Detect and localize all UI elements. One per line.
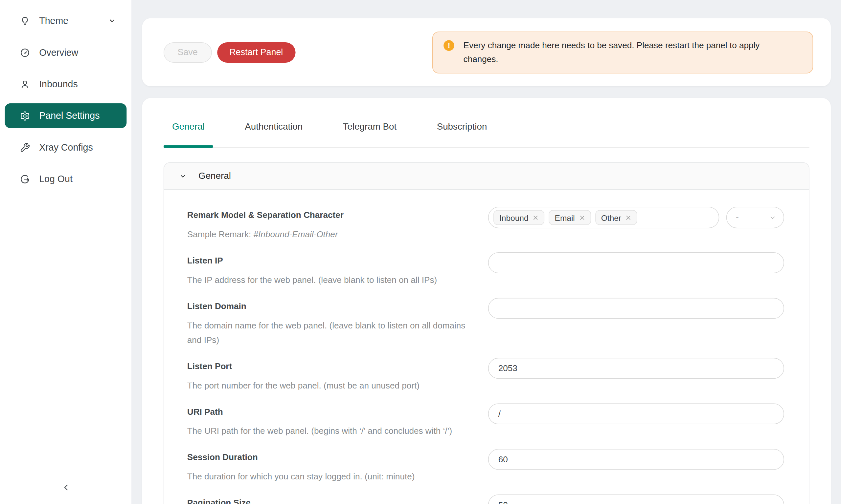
section-title: General xyxy=(199,170,231,181)
remark-model-multiselect[interactable]: Inbound Email Other xyxy=(488,207,719,228)
restart-warning-alert: ! Every change made here needs to be sav… xyxy=(432,32,813,73)
form-row-remark-model: Remark Model & Separation Character Samp… xyxy=(187,207,784,241)
gear-icon xyxy=(20,111,30,121)
sample-remark-value: #Inbound-Email-Other xyxy=(254,230,338,239)
general-collapse-header[interactable]: General xyxy=(164,163,809,190)
session-duration-input[interactable] xyxy=(488,449,784,470)
restart-panel-button[interactable]: Restart Panel xyxy=(217,42,295,62)
field-description: The port number for the web panel. (must… xyxy=(187,378,477,393)
sidebar-item-label: Panel Settings xyxy=(39,110,100,121)
settings-card: General Authentication Telegram Bot Subs… xyxy=(142,98,831,504)
tab-subscription[interactable]: Subscription xyxy=(428,122,496,147)
wrench-icon xyxy=(20,142,30,152)
form-row-pagination-size: Pagination Size xyxy=(187,494,784,504)
chevron-down-icon xyxy=(769,214,776,221)
tab-bar: General Authentication Telegram Bot Subs… xyxy=(164,122,809,148)
listen-ip-input[interactable] xyxy=(488,252,784,273)
pagination-size-input[interactable] xyxy=(488,494,784,504)
sidebar-item-inbounds[interactable]: Inbounds xyxy=(5,72,127,96)
tab-authentication[interactable]: Authentication xyxy=(236,122,311,147)
remove-tag-icon[interactable] xyxy=(579,215,585,220)
sidebar-item-overview[interactable]: Overview xyxy=(5,40,127,65)
sidebar-item-label: Log Out xyxy=(39,173,73,184)
field-description: The IP address for the web panel. (leave… xyxy=(187,273,477,287)
listen-port-input[interactable] xyxy=(488,358,784,379)
form-row-uri-path: URI Path The URI path for the web panel.… xyxy=(187,403,784,438)
general-collapse-panel: General Remark Model & Separation Charac… xyxy=(164,162,809,504)
uri-path-input[interactable] xyxy=(488,403,784,424)
user-icon xyxy=(20,79,30,89)
sidebar-item-label: Theme xyxy=(39,15,68,26)
tag-email: Email xyxy=(549,210,591,225)
field-description: The duration for which you can stay logg… xyxy=(187,469,477,484)
tab-telegram-bot[interactable]: Telegram Bot xyxy=(334,122,406,147)
separation-character-select[interactable]: - xyxy=(726,207,784,228)
sidebar-item-theme[interactable]: Theme xyxy=(5,8,127,33)
gauge-icon xyxy=(20,47,30,57)
sidebar-item-xray-configs[interactable]: Xray Configs xyxy=(5,135,127,160)
field-label: Listen Domain xyxy=(187,301,477,312)
sidebar-item-log-out[interactable]: Log Out xyxy=(5,167,127,191)
field-description: The URI path for the web panel. (begins … xyxy=(187,424,477,438)
form-row-listen-ip: Listen IP The IP address for the web pan… xyxy=(187,252,784,287)
warning-icon: ! xyxy=(444,40,454,51)
field-label: URI Path xyxy=(187,407,477,417)
field-label: Listen Port xyxy=(187,361,477,372)
logout-icon xyxy=(20,174,30,184)
tab-general[interactable]: General xyxy=(164,122,213,147)
field-description: Sample Remark: #Inbound-Email-Other xyxy=(187,227,477,241)
form-row-listen-domain: Listen Domain The domain name for the we… xyxy=(187,298,784,347)
tag-inbound: Inbound xyxy=(494,210,544,225)
remove-tag-icon[interactable] xyxy=(533,215,539,220)
field-description: The domain name for the web panel. (leav… xyxy=(187,318,477,347)
field-label: Session Duration xyxy=(187,452,477,463)
chevron-left-icon xyxy=(61,483,71,492)
alert-text: Every change made here needs to be saved… xyxy=(464,38,786,66)
sidebar-item-label: Inbounds xyxy=(39,78,78,90)
listen-domain-input[interactable] xyxy=(488,298,784,319)
save-button[interactable]: Save xyxy=(164,42,211,62)
chevron-down-icon xyxy=(179,172,187,180)
field-label: Listen IP xyxy=(187,256,477,267)
lightbulb-icon xyxy=(20,16,30,26)
selected-separator: - xyxy=(736,213,739,222)
main-content: Save Restart Panel ! Every change made h… xyxy=(132,0,841,504)
remove-tag-icon[interactable] xyxy=(625,215,631,220)
chevron-down-icon xyxy=(108,17,116,24)
toolbar-card: Save Restart Panel ! Every change made h… xyxy=(142,18,831,86)
sidebar-collapse-button[interactable] xyxy=(59,480,73,494)
field-label: Remark Model & Separation Character xyxy=(187,210,477,221)
sidebar: Theme Overview Inbounds xyxy=(0,0,132,504)
form-row-session-duration: Session Duration The duration for which … xyxy=(187,449,784,484)
form-row-listen-port: Listen Port The port number for the web … xyxy=(187,358,784,393)
general-form: Remark Model & Separation Character Samp… xyxy=(164,190,809,504)
page: Theme Overview Inbounds xyxy=(0,0,841,504)
sidebar-item-label: Overview xyxy=(39,47,78,58)
tag-other: Other xyxy=(595,210,637,225)
sidebar-item-panel-settings[interactable]: Panel Settings xyxy=(5,103,127,128)
field-label: Pagination Size xyxy=(187,498,477,504)
sidebar-item-label: Xray Configs xyxy=(39,142,93,153)
